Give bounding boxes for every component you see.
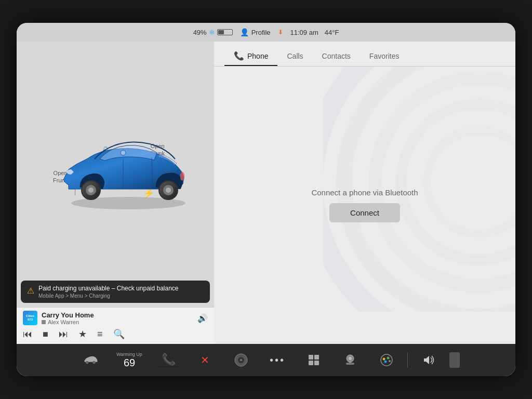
taskbar-calendar-button[interactable] xyxy=(296,347,332,373)
svg-point-30 xyxy=(387,357,390,360)
phone-tab-icon: 📞 xyxy=(234,51,244,61)
svg-marker-33 xyxy=(424,356,429,364)
svg-point-19 xyxy=(240,359,242,361)
music-title: Carry You Home xyxy=(42,311,94,319)
music-controls: ⏮ ■ ⏭ ★ ≡ 🔍 xyxy=(23,328,208,340)
person-icon: 👤 xyxy=(240,28,249,36)
svg-point-31 xyxy=(384,361,387,363)
download-icon: ⬇ xyxy=(278,29,283,36)
taskbar-divider xyxy=(407,352,408,368)
stop-button[interactable]: ■ xyxy=(43,329,48,340)
connect-message: Connect a phone via Bluetooth xyxy=(311,188,418,197)
close-taskbar-icon: ✕ xyxy=(201,354,209,366)
warning-sub-text: Mobile App > Menu > Charging xyxy=(38,293,179,299)
svg-rect-22 xyxy=(309,361,313,365)
joystick-taskbar-icon xyxy=(343,353,357,367)
right-panel: 📞 Phone Calls Contacts Favorites Co xyxy=(214,42,515,344)
taskbar-menu-button[interactable]: ••• xyxy=(259,347,296,373)
svg-point-5 xyxy=(88,188,94,193)
dots-icon: ••• xyxy=(270,354,285,366)
svg-rect-20 xyxy=(309,355,313,360)
tab-favorites[interactable]: Favorites xyxy=(360,47,409,66)
svg-point-27 xyxy=(349,357,352,360)
left-panel: Open Frunk Open Trunk 🔓 ⚡ xyxy=(17,42,214,344)
search-button[interactable]: 🔍 xyxy=(113,328,125,340)
profile-label: Profile xyxy=(251,29,271,36)
car-taskbar-icon xyxy=(83,355,98,365)
car-illustration xyxy=(37,107,193,211)
car-svg-wrapper: Open Frunk Open Trunk 🔓 ⚡ xyxy=(37,107,193,211)
svg-rect-21 xyxy=(314,355,319,360)
tab-calls[interactable]: Calls xyxy=(277,47,312,66)
battery-info: 49% ❄ xyxy=(193,28,233,36)
time-temp: 11:09 am 44°F xyxy=(290,29,339,36)
car-area: Open Frunk Open Trunk 🔓 ⚡ xyxy=(17,42,214,276)
taskbar-games-button[interactable] xyxy=(368,347,405,373)
temperature: 44°F xyxy=(325,29,339,36)
music-left: Cities973 Carry You Home Alex Warren xyxy=(23,311,94,325)
calls-tab-label: Calls xyxy=(287,52,303,60)
screen-frame: 49% ❄ 👤 Profile ⬇ 11:09 am 44°F xyxy=(17,23,515,376)
temperature-value: 69 xyxy=(124,357,135,369)
skip-forward-button[interactable]: ⏭ xyxy=(59,329,68,340)
tab-phone[interactable]: 📞 Phone xyxy=(224,47,277,66)
taskbar-close-button[interactable]: ✕ xyxy=(187,347,223,373)
snowflake-icon: ❄ xyxy=(209,28,215,36)
taskbar-temperature: Warming Up 69 xyxy=(109,347,150,373)
calendar-taskbar-icon xyxy=(308,354,320,366)
equalizer-button[interactable]: ≡ xyxy=(97,329,103,340)
phone-content: Connect a phone via Bluetooth Connect xyxy=(214,66,515,344)
tab-contacts[interactable]: Contacts xyxy=(313,47,360,66)
artist-name: Alex Warren xyxy=(48,319,79,325)
music-artist: Alex Warren xyxy=(42,319,94,325)
svg-point-32 xyxy=(389,360,391,362)
taskbar-map-button[interactable] xyxy=(332,347,368,373)
warning-icon: ⚠ xyxy=(27,286,34,296)
warning-text: Paid charging unavailable – Check unpaid… xyxy=(38,285,179,299)
svg-point-9 xyxy=(121,150,126,155)
skip-back-button[interactable]: ⏮ xyxy=(23,329,32,340)
favorites-tab-label: Favorites xyxy=(369,52,400,60)
car-image-container: Open Frunk Open Trunk 🔓 ⚡ xyxy=(17,42,214,276)
svg-point-28 xyxy=(381,354,392,366)
svg-rect-25 xyxy=(346,363,354,365)
favorite-button[interactable]: ★ xyxy=(78,328,87,340)
phone-header: 📞 Phone Calls Contacts Favorites xyxy=(214,42,515,66)
phone-tabs: 📞 Phone Calls Contacts Favorites xyxy=(224,47,505,66)
warming-up-label: Warming Up xyxy=(116,352,142,357)
connect-button[interactable]: Connect xyxy=(329,203,400,222)
taskbar-volume-button[interactable] xyxy=(410,347,447,373)
phone-tab-label: Phone xyxy=(247,52,268,60)
warning-main-text: Paid charging unavailable – Check unpaid… xyxy=(38,285,179,292)
svg-point-15 xyxy=(86,361,89,364)
taskbar-car-button[interactable] xyxy=(72,347,109,373)
volume-taskbar-icon xyxy=(422,353,435,367)
media-taskbar-icon xyxy=(234,353,248,367)
battery-fill xyxy=(218,30,224,34)
svg-point-29 xyxy=(383,358,385,361)
taskbar: Warming Up 69 📞 ✕ ••• xyxy=(17,344,515,376)
taskbar-media-button[interactable] xyxy=(223,347,259,373)
svg-rect-23 xyxy=(314,361,319,365)
taskbar-phone-button[interactable]: 📞 xyxy=(150,347,187,373)
music-player: Cities973 Carry You Home Alex Warren 🔊 xyxy=(17,307,214,344)
status-bar: 49% ❄ 👤 Profile ⬇ 11:09 am 44°F xyxy=(17,23,515,42)
contacts-tab-label: Contacts xyxy=(322,52,351,60)
profile-button[interactable]: 👤 Profile xyxy=(240,28,271,36)
games-taskbar-icon xyxy=(380,353,393,367)
music-details: Carry You Home Alex Warren xyxy=(42,311,94,325)
svg-point-16 xyxy=(92,361,96,364)
music-info: Cities973 Carry You Home Alex Warren 🔊 xyxy=(23,311,208,325)
warning-notification: ⚠ Paid charging unavailable – Check unpa… xyxy=(21,281,210,303)
active-indicator xyxy=(158,366,179,367)
speaker-icon[interactable]: 🔊 xyxy=(197,313,208,323)
clock: 11:09 am xyxy=(290,29,318,36)
phone-taskbar-icon: 📞 xyxy=(162,353,176,366)
main-content: Open Frunk Open Trunk 🔓 ⚡ xyxy=(17,42,515,344)
station-logo: Cities973 xyxy=(23,311,37,325)
battery-bar xyxy=(217,29,233,35)
svg-point-8 xyxy=(166,188,171,193)
battery-percent: 49% xyxy=(193,29,207,36)
artist-dot xyxy=(42,320,46,324)
volume-bar xyxy=(449,352,460,368)
